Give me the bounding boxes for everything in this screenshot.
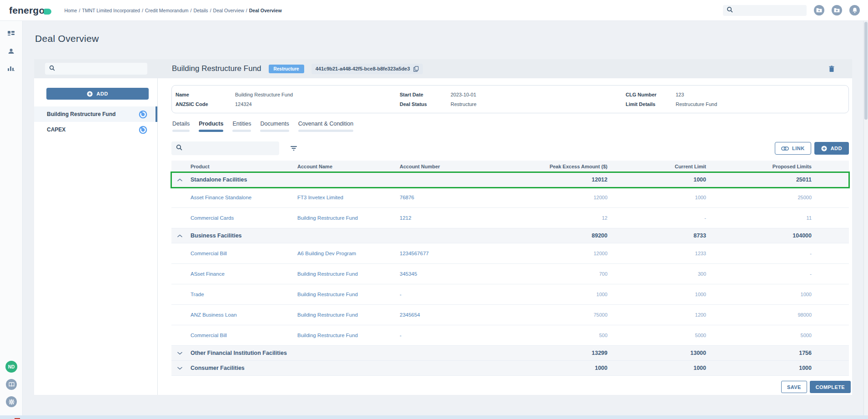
tab-covenant-condition[interactable]: Covenant & Condition bbox=[298, 121, 354, 132]
deal-list-search[interactable] bbox=[45, 63, 147, 75]
cell-peak-excess: 700 bbox=[537, 271, 607, 277]
main-content: Deal Overview Building Restructure Fund … bbox=[23, 21, 863, 415]
deal-detail-field: CLG Number123 bbox=[626, 91, 848, 98]
cell-product[interactable]: ANZ Business Loan bbox=[191, 312, 297, 318]
complete-button[interactable]: COMPLETE bbox=[810, 381, 851, 393]
product-row[interactable]: ANZ Business LoanBuilding Restructure Fu… bbox=[171, 305, 849, 325]
save-button[interactable]: SAVE bbox=[781, 381, 807, 393]
filter-icon[interactable] bbox=[288, 144, 299, 153]
cell-product[interactable]: Asset Finance Standalone bbox=[191, 195, 297, 200]
product-row[interactable]: Commercial BillA6 Building Dev Program12… bbox=[171, 243, 849, 264]
products-search-input[interactable] bbox=[186, 146, 275, 151]
cell-proposed-limits: 11 bbox=[706, 215, 812, 221]
cell-account-number: 2345654 bbox=[400, 312, 537, 318]
expand-chevron-icon[interactable] bbox=[171, 367, 191, 370]
add-product-button[interactable]: ADD bbox=[814, 142, 849, 155]
breadcrumb-separator: / bbox=[142, 8, 143, 13]
analytics-icon[interactable] bbox=[8, 66, 15, 72]
link-product-button[interactable]: LINK bbox=[775, 142, 811, 155]
vertical-scrollbar[interactable] bbox=[863, 21, 868, 415]
add-deal-button[interactable]: ADD bbox=[46, 88, 149, 100]
cell-product[interactable]: Commercial Cards bbox=[191, 215, 297, 221]
cell-account-name: FT3 Invetex Limited bbox=[297, 195, 400, 200]
cell-current-limit: 13000 bbox=[607, 350, 706, 356]
deal-detail-field: ANZSIC Code124324 bbox=[176, 101, 396, 107]
facility-group-row[interactable]: Consumer Facilities100010001000 bbox=[171, 361, 849, 376]
user-avatar[interactable]: ND bbox=[5, 361, 17, 373]
tab-documents[interactable]: Documents bbox=[260, 121, 289, 132]
product-row[interactable]: Asset Finance StandaloneFT3 Invetex Limi… bbox=[171, 187, 849, 208]
cell-proposed-limits: 98000 bbox=[706, 312, 812, 318]
product-row[interactable]: Commercial CardsBuilding Restructure Fun… bbox=[171, 208, 849, 228]
deal-status-badge: Restructure bbox=[269, 65, 304, 73]
cell-product[interactable]: Commercial Bill bbox=[191, 251, 297, 256]
cell-current-limit: 1000 bbox=[607, 365, 706, 371]
tab-products[interactable]: Products bbox=[199, 121, 223, 132]
table-header-row: ProductAccount NameAccount NumberPeak Ex… bbox=[171, 161, 849, 172]
cell-product[interactable]: ASset Finance bbox=[191, 271, 297, 277]
breadcrumb-separator: / bbox=[210, 8, 211, 13]
global-search[interactable] bbox=[723, 5, 807, 16]
product-row[interactable]: Commercial BillBuilding Restructure Fund… bbox=[171, 325, 849, 346]
deal-summary-card: NameBuilding Restructure FundANZSIC Code… bbox=[171, 85, 849, 113]
deal-list-item[interactable]: CAPEX bbox=[34, 122, 157, 137]
settings-button[interactable] bbox=[6, 396, 17, 407]
scrollbar-thumb[interactable] bbox=[864, 22, 868, 120]
field-label: Name bbox=[176, 91, 235, 98]
breadcrumb-segment[interactable]: Credit Memorandum bbox=[145, 8, 189, 13]
fenergo-logo[interactable]: fenergo bbox=[9, 5, 51, 16]
breadcrumb-separator: / bbox=[191, 8, 192, 13]
cell-account-number: 345345 bbox=[400, 271, 537, 277]
copy-icon[interactable] bbox=[413, 66, 419, 72]
deal-list-panel: ADD Building Restructure FundCAPEX bbox=[34, 78, 158, 395]
upload-folder-button[interactable] bbox=[832, 5, 842, 15]
cell-account-number: - bbox=[400, 292, 537, 297]
breadcrumb-segment[interactable]: TMNT Limited Incorporated bbox=[82, 8, 140, 13]
tab-label: Covenant & Condition bbox=[298, 121, 354, 127]
global-search-input[interactable] bbox=[736, 8, 803, 13]
products-toolbar: LINK ADD bbox=[171, 141, 849, 155]
footer-actions: SAVE COMPLETE bbox=[781, 381, 851, 393]
contacts-icon[interactable] bbox=[8, 48, 15, 55]
expand-chevron-icon[interactable] bbox=[171, 352, 191, 355]
deal-title: Building Restructure Fund bbox=[172, 64, 261, 73]
cell-peak-excess: 1000 bbox=[537, 365, 607, 371]
deal-list-item[interactable]: Building Restructure Fund bbox=[34, 106, 157, 122]
cell-product[interactable]: Trade bbox=[191, 292, 297, 297]
collapse-chevron-icon[interactable] bbox=[171, 178, 191, 182]
delete-deal-button[interactable] bbox=[828, 66, 835, 72]
notifications-button[interactable] bbox=[849, 5, 860, 15]
create-folder-button[interactable] bbox=[814, 5, 824, 15]
topbar-actions bbox=[723, 5, 860, 16]
facility-group-row[interactable]: Standalone Facilities12012100025011 bbox=[171, 172, 849, 187]
cell-product[interactable]: Commercial Bill bbox=[191, 333, 297, 338]
product-row[interactable]: TradeBuilding Restructure Fund-100010001… bbox=[171, 284, 849, 305]
breadcrumb-segment[interactable]: Deal Overview bbox=[213, 8, 244, 13]
tab-label: Entities bbox=[232, 121, 251, 127]
dashboard-icon[interactable] bbox=[8, 31, 15, 37]
facility-group-row[interactable]: Other Financial Institution Facilities13… bbox=[171, 346, 849, 361]
collapse-chevron-icon[interactable] bbox=[171, 234, 191, 237]
cell-account-name: Building Restructure Fund bbox=[297, 271, 400, 277]
cell-account-name: Building Restructure Fund bbox=[297, 333, 400, 338]
product-row[interactable]: ASset FinanceBuilding Restructure Fund34… bbox=[171, 264, 849, 284]
tab-indicator bbox=[298, 130, 354, 132]
cell-current-limit: 1200 bbox=[607, 312, 706, 318]
header-band: Building Restructure Fund Restructure 44… bbox=[34, 59, 852, 78]
deal-list-item-label: Building Restructure Fund bbox=[47, 111, 115, 117]
products-search[interactable] bbox=[171, 141, 279, 155]
tab-details[interactable]: Details bbox=[172, 121, 190, 132]
field-value: Building Restructure Fund bbox=[235, 91, 293, 98]
breadcrumb-segment[interactable]: Home bbox=[64, 8, 77, 13]
knowledge-base-button[interactable] bbox=[6, 379, 17, 390]
tab-entities[interactable]: Entities bbox=[232, 121, 251, 132]
field-value: Restrucuture Fund bbox=[676, 101, 717, 107]
facility-group-row[interactable]: Business Facilities892008733104000 bbox=[171, 228, 849, 243]
breadcrumb-segment[interactable]: Details bbox=[194, 8, 208, 13]
deal-list-search-input[interactable] bbox=[58, 66, 143, 71]
cell-account-number: 76876 bbox=[400, 195, 537, 200]
cell-account-name: Building Restructure Fund bbox=[297, 312, 400, 318]
breadcrumb: Home/TMNT Limited Incorporated/Credit Me… bbox=[64, 8, 723, 13]
field-label: ANZSIC Code bbox=[176, 101, 235, 107]
cell-current-limit: - bbox=[607, 215, 706, 221]
